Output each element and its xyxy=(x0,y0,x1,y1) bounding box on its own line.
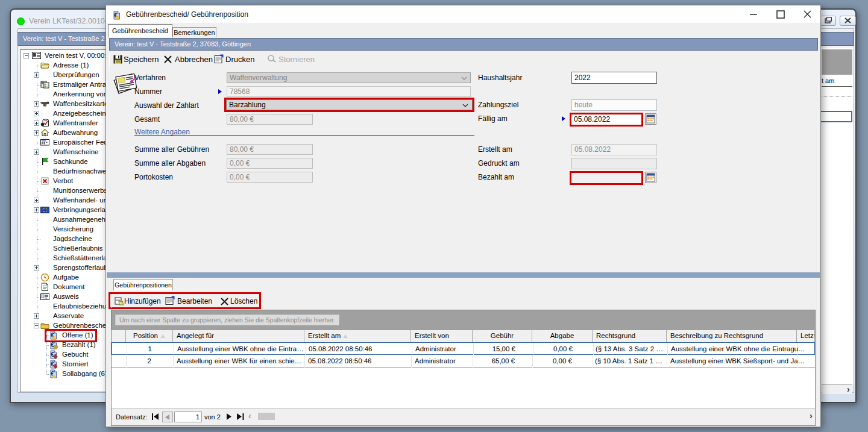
svg-text:€: € xyxy=(51,342,54,348)
